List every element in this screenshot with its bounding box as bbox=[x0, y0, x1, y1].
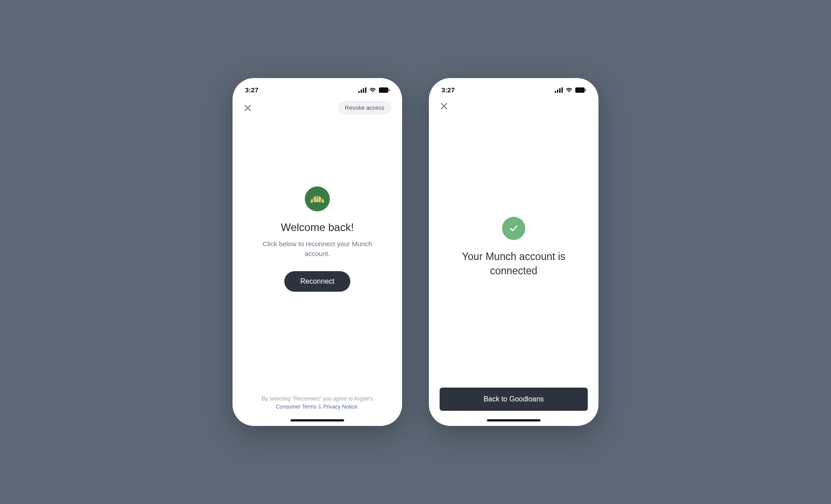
legal-amp: & bbox=[316, 404, 323, 410]
svg-rect-11 bbox=[585, 89, 586, 91]
close-icon[interactable] bbox=[243, 103, 252, 112]
center-block: Your Munch account is connected bbox=[451, 107, 576, 388]
wifi-icon bbox=[565, 87, 573, 93]
reconnect-button[interactable]: Reconnect bbox=[284, 271, 351, 292]
main-content: Welcome back! Click below to reconnect y… bbox=[233, 119, 402, 426]
croissant-icon bbox=[310, 194, 325, 204]
privacy-notice-link[interactable]: Privacy Notice bbox=[323, 404, 357, 410]
svg-rect-10 bbox=[575, 87, 585, 93]
back-to-goodloans-button[interactable]: Back to Goodloans bbox=[440, 388, 588, 411]
svg-rect-4 bbox=[379, 87, 388, 93]
status-icons bbox=[555, 87, 586, 93]
svg-rect-9 bbox=[561, 87, 563, 93]
svg-rect-8 bbox=[559, 88, 561, 93]
close-icon[interactable] bbox=[440, 102, 449, 111]
main-content: Your Munch account is connected bbox=[429, 116, 598, 388]
check-icon bbox=[508, 223, 519, 234]
success-badge bbox=[502, 217, 525, 240]
legal-prefix: By selecting "Reconnect" you agree to Ar… bbox=[262, 396, 373, 402]
brand-badge bbox=[305, 186, 330, 211]
legal-period: . bbox=[357, 404, 359, 410]
success-message: Your Munch account is connected bbox=[451, 250, 576, 277]
cellular-icon bbox=[555, 87, 563, 93]
home-indicator bbox=[487, 419, 540, 421]
phone-connected: 3:27 Your Munch account is connected Bac… bbox=[429, 78, 598, 426]
svg-rect-7 bbox=[557, 90, 558, 93]
center-block: Welcome back! Click below to reconnect y… bbox=[255, 83, 380, 395]
consumer-terms-link[interactable]: Consumer Terms bbox=[276, 404, 316, 410]
battery-icon bbox=[379, 87, 390, 93]
phone-reconnect: 3:27 Revoke access Welcome back! Click b… bbox=[233, 78, 402, 426]
battery-icon bbox=[575, 87, 586, 93]
status-bar: 3:27 bbox=[429, 78, 598, 96]
status-time: 3:27 bbox=[441, 86, 455, 94]
welcome-subtitle: Click below to reconnect your Munch acco… bbox=[255, 239, 380, 259]
svg-rect-5 bbox=[389, 89, 390, 91]
home-indicator bbox=[291, 419, 344, 421]
svg-rect-6 bbox=[555, 91, 556, 93]
welcome-title: Welcome back! bbox=[281, 221, 354, 234]
